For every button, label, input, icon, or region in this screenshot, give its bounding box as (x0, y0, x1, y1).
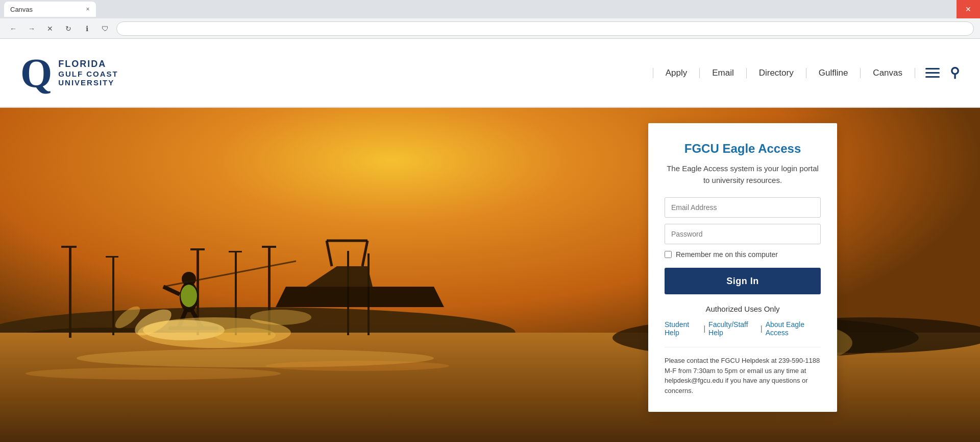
nav-email[interactable]: Email (700, 68, 747, 78)
svg-rect-17 (106, 256, 118, 258)
sign-in-button[interactable]: Sign In (665, 268, 821, 294)
svg-rect-19 (229, 251, 242, 252)
info-btn[interactable]: ℹ (80, 21, 94, 36)
logo-q-letter: Q (20, 53, 52, 94)
logo-line3: UNIVERSITY (58, 78, 118, 87)
nav-canvas[interactable]: Canvas (861, 68, 915, 78)
authorized-text: Authorized Uses Only (665, 305, 821, 313)
svg-point-34 (214, 328, 276, 343)
tab-title: Canvas (10, 6, 33, 13)
logo-text: FLORIDA GULF COAST UNIVERSITY (58, 59, 118, 87)
reload-btn[interactable]: ↻ (61, 21, 76, 36)
svg-rect-16 (61, 246, 77, 248)
svg-point-38 (250, 310, 311, 325)
help-sep-2: | (761, 324, 763, 333)
address-bar[interactable] (116, 21, 974, 36)
svg-rect-18 (190, 248, 205, 250)
menu-icon[interactable] (925, 68, 940, 78)
nav-apply[interactable]: Apply (653, 68, 700, 78)
svg-point-6 (265, 361, 449, 371)
nav-directory[interactable]: Directory (747, 68, 806, 78)
remember-checkbox[interactable] (665, 251, 672, 258)
browser-chrome: Canvas × ✕ ← → ✕ ↻ ℹ 🛡 (0, 0, 980, 39)
svg-point-22 (182, 272, 196, 286)
back-btn[interactable]: ← (6, 21, 20, 36)
logo-line2: GULF COAST (58, 69, 118, 78)
top-nav: Apply Email Directory Gulfline Canvas (653, 68, 915, 78)
faculty-help-link[interactable]: Faculty/Staff Help (708, 320, 757, 337)
logo-area[interactable]: Q FLORIDA GULF COAST UNIVERSITY (20, 53, 118, 94)
nav-gulfline[interactable]: Gulfline (806, 68, 861, 78)
forward-btn[interactable]: → (24, 21, 39, 36)
hero-section: FGCU Eagle Access The Eagle Access syste… (0, 108, 980, 442)
svg-point-29 (181, 285, 197, 307)
email-input[interactable] (665, 197, 821, 218)
password-input[interactable] (665, 224, 821, 244)
remember-row: Remember me on this computer (665, 250, 821, 259)
logo-line1: FLORIDA (58, 59, 118, 69)
active-tab[interactable]: Canvas × (4, 2, 96, 17)
tab-bar: Canvas × ✕ (0, 0, 980, 18)
login-subtitle: The Eagle Access system is your login po… (665, 163, 821, 186)
helpdesk-text: Please contact the FGCU Helpdesk at 239-… (665, 347, 821, 396)
nav-icons: ⚲ (925, 65, 960, 81)
browser-toolbar: ← → ✕ ↻ ℹ 🛡 (0, 18, 980, 39)
svg-rect-10 (112, 256, 114, 335)
remember-label: Remember me on this computer (676, 250, 778, 259)
search-icon[interactable]: ⚲ (950, 65, 960, 81)
tab-close-btn[interactable]: × (84, 5, 92, 13)
svg-point-5 (26, 367, 281, 380)
help-sep-1: | (703, 324, 705, 333)
login-card: FGCU Eagle Access The Eagle Access syste… (648, 123, 837, 412)
shield-btn[interactable]: 🛡 (98, 21, 112, 36)
student-help-link[interactable]: Student Help (665, 320, 700, 337)
site-header: Q FLORIDA GULF COAST UNIVERSITY Apply Em… (0, 39, 980, 108)
svg-rect-9 (69, 246, 71, 338)
window-close-btn[interactable]: ✕ (957, 0, 980, 18)
login-title: FGCU Eagle Access (665, 142, 821, 156)
help-links: Student Help | Faculty/Staff Help | Abou… (665, 320, 821, 337)
about-eagle-access-link[interactable]: About Eagle Access (766, 320, 821, 337)
svg-rect-20 (262, 246, 276, 248)
close-nav-btn[interactable]: ✕ (43, 21, 57, 36)
header-right: Apply Email Directory Gulfline Canvas ⚲ (653, 65, 960, 81)
